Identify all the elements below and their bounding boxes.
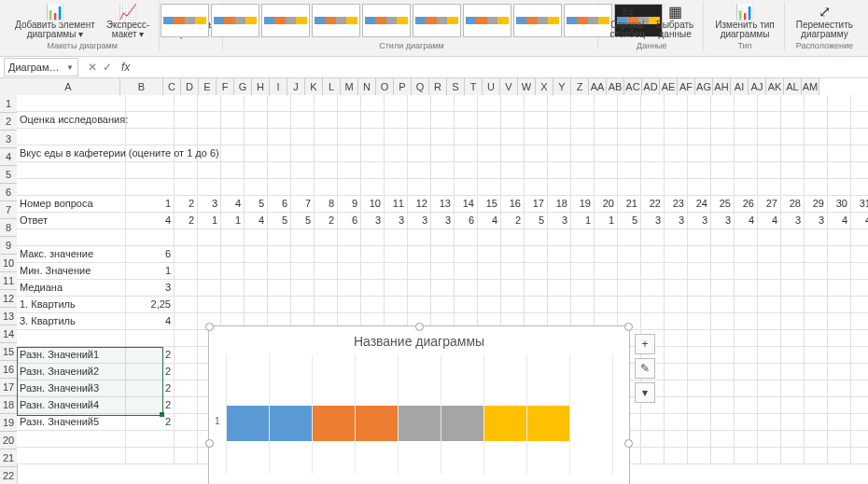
cell[interactable] [781,313,805,330]
cell[interactable] [665,179,688,196]
column-header[interactable]: AE [660,78,678,95]
cell[interactable] [688,397,711,414]
cell[interactable] [735,179,758,196]
cell[interactable] [618,229,641,246]
cell[interactable] [221,145,245,162]
cell[interactable] [548,297,571,313]
cell[interactable] [291,145,315,162]
cell[interactable]: Вкус еды в кафетерии (оцените от 1 до 6) [17,145,126,162]
cell[interactable] [478,179,501,196]
chart-plot-area[interactable]: 1 0123456789 [226,354,612,484]
cell[interactable] [735,364,758,380]
cell[interactable]: Разн. Значений1 [17,347,126,364]
cell[interactable] [175,347,198,364]
cell[interactable] [665,448,688,464]
cell[interactable] [781,297,805,313]
cell[interactable] [525,229,548,246]
cell[interactable] [711,162,735,179]
cell[interactable] [525,145,548,162]
cell[interactable] [618,297,641,313]
cell[interactable] [548,129,571,145]
cell[interactable] [361,95,385,112]
cell[interactable] [198,263,221,280]
cell[interactable] [338,95,361,112]
cell[interactable] [291,297,315,313]
cell[interactable] [618,95,641,112]
cell[interactable] [828,179,851,196]
cell[interactable] [805,397,828,414]
cell[interactable] [501,112,525,129]
cell[interactable] [361,263,385,280]
cell[interactable] [758,330,781,347]
column-header[interactable]: E [199,78,217,95]
cell[interactable]: 2 [175,196,198,213]
cell[interactable]: 15 [478,196,501,213]
cell[interactable] [315,129,338,145]
cell[interactable] [338,162,361,179]
cell[interactable] [175,162,198,179]
cell[interactable] [758,179,781,196]
cell[interactable] [735,229,758,246]
cell[interactable] [851,414,868,431]
cell[interactable] [571,229,595,246]
cell[interactable] [665,162,688,179]
style-thumb[interactable] [211,4,259,37]
cell[interactable] [758,246,781,263]
cell[interactable] [781,129,805,145]
cell[interactable] [268,162,291,179]
row-header[interactable]: 18 [0,396,17,414]
cell[interactable] [315,95,338,112]
cell[interactable] [175,112,198,129]
column-header[interactable]: AJ [749,78,766,95]
cell[interactable]: 2 [126,380,175,397]
cell[interactable]: 3 [805,213,828,229]
cell[interactable] [126,112,175,129]
cell[interactable] [525,162,548,179]
cell[interactable] [781,95,805,112]
cell[interactable] [385,263,408,280]
cell[interactable]: Разн. Значений4 [17,397,126,414]
cell[interactable] [805,246,828,263]
cell[interactable] [315,162,338,179]
cell[interactable] [688,129,711,145]
cell[interactable] [501,145,525,162]
cell[interactable] [455,112,478,129]
cell[interactable] [175,448,198,464]
cell[interactable]: 3 [665,213,688,229]
cell[interactable] [338,280,361,297]
cell[interactable] [781,397,805,414]
cell[interactable]: 31 [851,196,868,213]
style-thumb[interactable] [413,4,461,37]
cell[interactable] [315,246,338,263]
cell[interactable] [571,179,595,196]
cell[interactable] [408,246,431,263]
cell[interactable] [711,179,735,196]
cell[interactable] [455,297,478,313]
row-header[interactable]: 10 [0,255,17,272]
cell[interactable] [361,179,385,196]
cell[interactable] [338,263,361,280]
cell[interactable] [805,380,828,397]
cell[interactable] [175,263,198,280]
style-thumb[interactable] [312,4,360,37]
cell[interactable] [758,347,781,364]
cell[interactable]: 1 [126,196,175,213]
row-header[interactable]: 14 [0,325,17,343]
cell[interactable] [361,145,385,162]
cell[interactable] [548,162,571,179]
cell[interactable] [711,112,735,129]
cell[interactable]: 13 [431,196,455,213]
cell[interactable] [851,448,868,464]
cell[interactable] [595,162,618,179]
cell[interactable] [781,145,805,162]
cell[interactable] [641,112,665,129]
cell[interactable] [361,129,385,145]
column-header[interactable]: P [394,78,412,95]
cell[interactable] [361,246,385,263]
cell[interactable] [688,162,711,179]
cell[interactable] [455,263,478,280]
cell[interactable]: 2 [126,397,175,414]
cell[interactable] [501,129,525,145]
cell[interactable] [805,330,828,347]
cell[interactable]: 1 [198,213,221,229]
